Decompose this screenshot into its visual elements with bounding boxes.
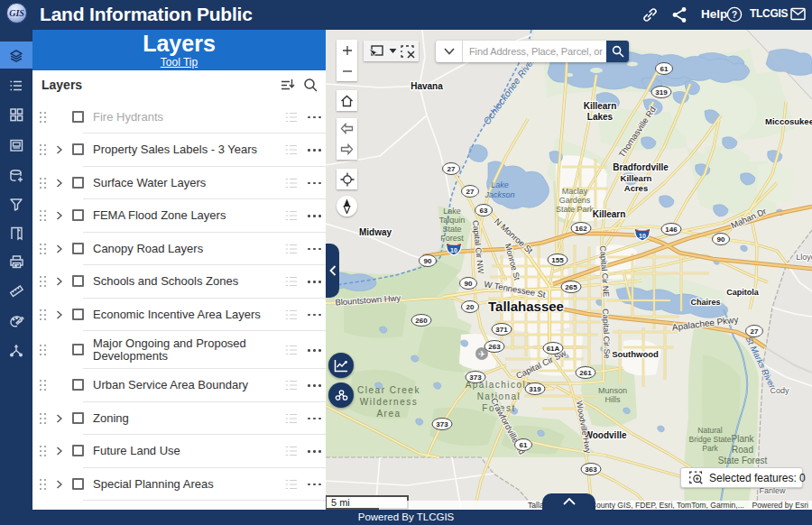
svg-text:Miccosukee: Miccosukee — [765, 116, 812, 126]
svg-text:10: 10 — [639, 233, 646, 239]
svg-text:20: 20 — [466, 303, 475, 311]
svg-text:Bradfordville: Bradfordville — [613, 162, 669, 172]
svg-text:Jackson: Jackson — [484, 190, 514, 199]
svg-text:Natural: Natural — [697, 426, 723, 435]
svg-text:Acres: Acres — [624, 183, 648, 193]
svg-text:Havana: Havana — [411, 81, 443, 91]
svg-text:61: 61 — [660, 65, 669, 73]
svg-text:146: 146 — [665, 226, 678, 234]
svg-text:State Forest: State Forest — [718, 456, 768, 465]
svg-text:Munson: Munson — [598, 386, 627, 395]
svg-text:265: 265 — [565, 283, 577, 291]
svg-text:State: State — [442, 225, 461, 234]
svg-text:Lakes: Lakes — [587, 112, 614, 122]
svg-text:63: 63 — [480, 207, 488, 215]
svg-text:Killearn: Killearn — [593, 209, 626, 219]
svg-text:Bridge State: Bridge State — [689, 435, 732, 444]
svg-text:Hills: Hills — [605, 395, 621, 404]
svg-text:261: 261 — [579, 369, 592, 377]
svg-text:373: 373 — [469, 373, 482, 382]
svg-text:Cody: Cody — [770, 386, 789, 395]
svg-text:61: 61 — [520, 441, 528, 449]
svg-text:Talquin: Talquin — [439, 216, 466, 225]
svg-text:Tallahassee: Tallahassee — [488, 299, 564, 314]
svg-text:319: 319 — [529, 385, 541, 393]
svg-text:371: 371 — [495, 326, 508, 334]
svg-text:Capital Cir Se: Capital Cir Se — [601, 309, 612, 359]
svg-text:Gardens: Gardens — [559, 196, 591, 205]
svg-text:27: 27 — [448, 165, 456, 173]
svg-text:Maclay: Maclay — [562, 187, 588, 196]
svg-text:162: 162 — [575, 225, 587, 233]
svg-text:Wilderness: Wilderness — [360, 397, 418, 407]
svg-text:Killearn: Killearn — [584, 101, 617, 111]
svg-text:90: 90 — [465, 280, 473, 288]
svg-text:Area: Area — [376, 409, 401, 419]
svg-text:Park: Park — [702, 444, 718, 453]
svg-text:Forest: Forest — [440, 234, 464, 243]
svg-text:Clear Creek: Clear Creek — [357, 385, 420, 395]
svg-text:263: 263 — [488, 343, 501, 351]
svg-text:Lloyd: Lloyd — [796, 253, 812, 262]
svg-text:260: 260 — [415, 317, 428, 325]
svg-text:61A: 61A — [547, 345, 560, 353]
svg-text:Chaires: Chaires — [690, 298, 720, 307]
svg-text:✈: ✈ — [478, 349, 485, 359]
svg-text:Midway: Midway — [359, 227, 392, 237]
svg-text:373: 373 — [436, 420, 448, 428]
svg-text:10: 10 — [450, 247, 457, 253]
svg-text:Lake: Lake — [491, 180, 509, 189]
svg-text:319: 319 — [655, 88, 668, 97]
svg-text:155: 155 — [551, 256, 564, 264]
svg-text:27: 27 — [751, 327, 759, 336]
svg-text:Plank: Plank — [731, 434, 754, 444]
svg-text:Road: Road — [732, 445, 753, 455]
svg-text:Southwood: Southwood — [612, 349, 659, 359]
svg-text:90: 90 — [424, 257, 432, 265]
svg-text:Lake: Lake — [443, 207, 461, 216]
svg-text:90: 90 — [717, 235, 725, 244]
svg-text:27: 27 — [466, 188, 475, 196]
svg-text:State Park: State Park — [556, 205, 595, 214]
svg-text:Killearn: Killearn — [621, 173, 652, 183]
svg-text:Capitola: Capitola — [726, 288, 759, 297]
svg-text:363: 363 — [585, 465, 597, 474]
svg-text:?: ? — [732, 10, 737, 20]
